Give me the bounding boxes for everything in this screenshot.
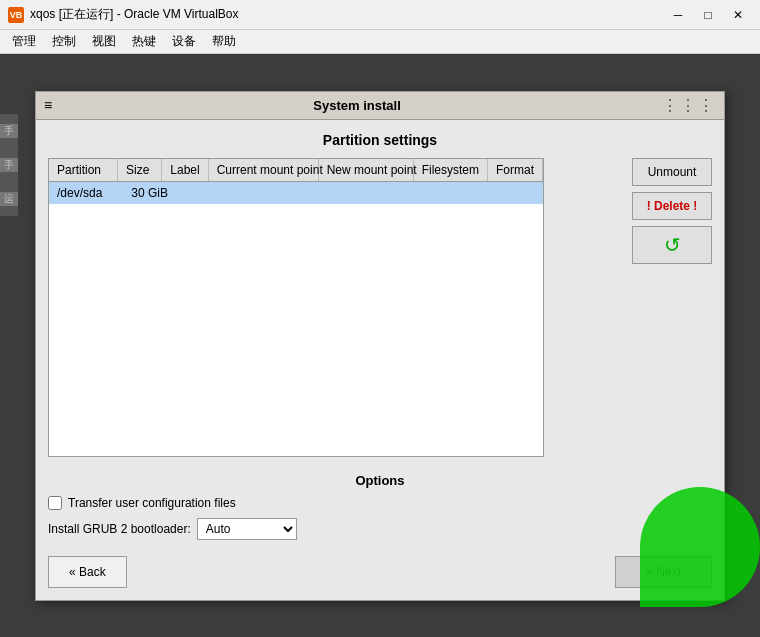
- transfer-checkbox[interactable]: [48, 496, 62, 510]
- dialog-title-icon: ≡: [44, 97, 52, 113]
- left-dec-3: 运: [0, 192, 18, 206]
- table-row[interactable]: /dev/sda 30 GiB: [49, 182, 543, 204]
- menu-item-control[interactable]: 控制: [44, 31, 84, 52]
- maximize-button[interactable]: □: [694, 4, 722, 26]
- title-bar-controls: ─ □ ✕: [664, 4, 752, 26]
- menu-item-help[interactable]: 帮助: [204, 31, 244, 52]
- cell-label: [178, 186, 224, 200]
- col-format: Format: [488, 159, 543, 181]
- close-button[interactable]: ✕: [724, 4, 752, 26]
- cell-size: 30 GiB: [131, 186, 177, 200]
- left-dec-2: 手: [0, 158, 18, 172]
- dialog-title-left: ≡: [44, 97, 52, 113]
- section-title: Partition settings: [48, 132, 712, 148]
- bottom-buttons: « Back » Next: [48, 556, 712, 588]
- col-label: Label: [162, 159, 208, 181]
- cell-format: [484, 186, 535, 200]
- grub-label: Install GRUB 2 bootloader:: [48, 522, 191, 536]
- main-area: 手 手 运 ≡ System install ⋮⋮⋮ Partition set…: [0, 54, 760, 637]
- menu-item-manage[interactable]: 管理: [4, 31, 44, 52]
- table-buttons-row: Partition Size Label Current mount point…: [48, 158, 712, 457]
- transfer-label: Transfer user configuration files: [68, 496, 236, 510]
- refresh-button[interactable]: ↺: [632, 226, 712, 264]
- menu-item-view[interactable]: 视图: [84, 31, 124, 52]
- grub-option-row: Install GRUB 2 bootloader: Auto None: [48, 518, 712, 540]
- green-bubble-decoration: [640, 487, 760, 607]
- grub-select[interactable]: Auto None: [197, 518, 297, 540]
- table-body: /dev/sda 30 GiB: [49, 182, 543, 456]
- cell-new-mount: [326, 186, 414, 200]
- cell-filesystem: [414, 186, 484, 200]
- dialog-body: Partition settings Partition Size Label …: [36, 120, 724, 600]
- menu-item-hotkey[interactable]: 热键: [124, 31, 164, 52]
- options-title: Options: [48, 473, 712, 488]
- partition-table: Partition Size Label Current mount point…: [48, 158, 544, 457]
- dialog-title-dots: ⋮⋮⋮: [662, 96, 716, 115]
- left-dec-1: 手: [0, 124, 18, 138]
- title-bar-text: xqos [正在运行] - Oracle VM VirtualBox: [30, 6, 664, 23]
- minimize-button[interactable]: ─: [664, 4, 692, 26]
- delete-button[interactable]: ! Delete !: [632, 192, 712, 220]
- cell-partition: /dev/sda: [57, 186, 131, 200]
- dialog-title-bar: ≡ System install ⋮⋮⋮: [36, 92, 724, 120]
- col-current-mount: Current mount point: [209, 159, 319, 181]
- col-size: Size: [118, 159, 162, 181]
- back-button[interactable]: « Back: [48, 556, 127, 588]
- title-bar: VB xqos [正在运行] - Oracle VM VirtualBox ─ …: [0, 0, 760, 30]
- action-buttons: Unmount ! Delete ! ↺: [632, 158, 712, 457]
- dialog: ≡ System install ⋮⋮⋮ Partition settings …: [35, 91, 725, 601]
- transfer-option-row: Transfer user configuration files: [48, 496, 712, 510]
- left-decoration: 手 手 运: [0, 114, 18, 216]
- menu-item-device[interactable]: 设备: [164, 31, 204, 52]
- refresh-icon: ↺: [664, 233, 681, 257]
- cell-current-mount: [224, 186, 326, 200]
- app-icon: VB: [8, 7, 24, 23]
- col-filesystem: Filesystem: [414, 159, 488, 181]
- options-section: Options Transfer user configuration file…: [48, 473, 712, 548]
- menu-bar: 管理 控制 视图 热键 设备 帮助: [0, 30, 760, 54]
- col-partition: Partition: [49, 159, 118, 181]
- unmount-button[interactable]: Unmount: [632, 158, 712, 186]
- col-new-mount: New mount point: [319, 159, 414, 181]
- table-header: Partition Size Label Current mount point…: [49, 159, 543, 182]
- dialog-title: System install: [313, 98, 400, 113]
